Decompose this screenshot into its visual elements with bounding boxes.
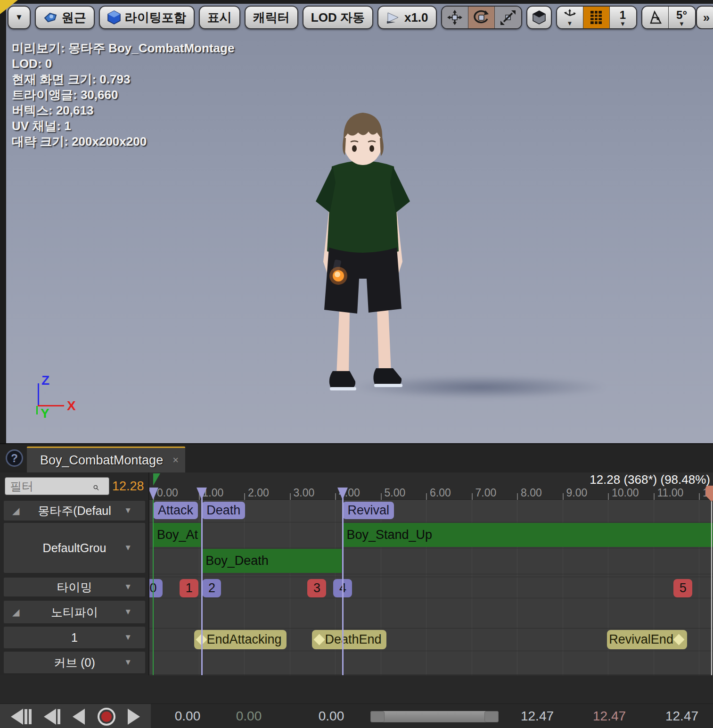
chevron-down-icon[interactable]: ▼ (124, 607, 132, 617)
step-back-button[interactable] (44, 709, 60, 725)
stat-line: 버텍스: 20,613 (12, 103, 234, 118)
anim-segment-Boy_Stand_Up[interactable]: Boy_Stand_Up (343, 523, 713, 547)
ruler-tick (517, 493, 518, 500)
character-label: 캐릭터 (253, 9, 290, 26)
timeline-area[interactable]: 12.28 (368*) (98.48%) 0.001.002.003.004.… (148, 472, 713, 675)
transport-controls (0, 704, 151, 728)
scale-icon (500, 9, 516, 25)
rotate-tool-button[interactable] (468, 7, 495, 28)
montage-start-line (153, 500, 154, 675)
axis-gizmo: Z X Y (28, 375, 80, 422)
y-axis-label: Y (41, 406, 49, 421)
montage-body: ⌕ 12.28 ◢몽타주(Defaul▼DefaultGrou▼타이밍▼◢노티파… (0, 472, 713, 675)
track-row-label: 커브 (0) (54, 655, 95, 670)
angle-snap-value: 5° (676, 8, 687, 22)
playback-speed-button[interactable]: x1.0 (377, 6, 437, 29)
time-readout: 12.47 (593, 709, 626, 724)
stat-line: LOD: 0 (12, 56, 234, 72)
chevron-down-icon[interactable]: ▼ (124, 658, 132, 667)
show-button[interactable]: 표시 (199, 6, 240, 29)
track-row-타이밍[interactable]: 타이밍▼ (4, 578, 145, 596)
grid-size-button[interactable]: 1 ▼ (610, 7, 636, 28)
angle-snap-toggle-button[interactable] (642, 7, 669, 28)
row-separator (149, 674, 713, 675)
anim-segment-Boy_At[interactable]: Boy_At (153, 523, 201, 547)
ruler-tick (290, 493, 291, 500)
timing-marker-1[interactable]: 1 (180, 579, 198, 597)
section-handle[interactable] (337, 488, 348, 500)
notify-DeathEnd[interactable]: DeathEnd (312, 630, 386, 649)
playback-bar: 0.000.000.0012.4712.4712.47 (0, 703, 713, 728)
notify-RevivalEnd[interactable]: RevivalEnd (607, 630, 687, 649)
axis-snap-button[interactable]: ▼ (557, 7, 583, 28)
ruler-tick (608, 493, 609, 500)
notify-diamond-icon[interactable] (314, 634, 325, 645)
section-boundary-line[interactable] (201, 488, 203, 675)
scrollbar-right-handle[interactable] (484, 711, 499, 722)
row-separator (149, 574, 713, 574)
play-reverse-button[interactable] (73, 709, 85, 725)
montage-start-flag[interactable] (153, 473, 160, 486)
record-button[interactable] (98, 708, 115, 726)
chevron-down-icon[interactable]: ▼ (124, 506, 132, 515)
section-boundary-line[interactable] (342, 488, 344, 675)
coordinate-system-button[interactable] (526, 6, 552, 29)
chevron-down-icon[interactable]: ▼ (124, 582, 132, 592)
ruler-tick-label: 6.00 (430, 487, 451, 499)
track-row-몽타주(Defaul[interactable]: ◢몽타주(Defaul▼ (4, 501, 145, 521)
timing-marker-3[interactable]: 3 (307, 579, 326, 597)
notify-EndAttacking[interactable]: EndAttacking (194, 630, 287, 649)
montage-section-Death[interactable]: Death (202, 502, 245, 519)
scrollbar-left-handle[interactable] (370, 711, 385, 722)
time-readout: 0.00 (236, 709, 262, 724)
grid-snap-toggle-button[interactable] (583, 7, 610, 28)
grid-size-caret-icon: ▼ (620, 22, 626, 26)
playhead-line[interactable] (711, 500, 712, 675)
montage-section-Attack[interactable]: Attack (153, 502, 198, 519)
stat-line: UV 채널: 1 (12, 118, 234, 134)
section-handle[interactable] (197, 488, 207, 500)
perspective-button[interactable]: 원근 (35, 6, 95, 29)
preview-viewport[interactable]: ▼ 원근 라이팅포함 표시 캐릭터 LOD 자동 (0, 0, 713, 443)
close-icon[interactable]: × (172, 454, 179, 466)
notify-label: RevivalEnd (609, 632, 673, 647)
timing-marker-5[interactable]: 5 (673, 579, 692, 597)
montage-section-Revival[interactable]: Revival (343, 502, 394, 519)
character-button[interactable]: 캐릭터 (245, 6, 298, 29)
track-row-커브 (0)[interactable]: 커브 (0)▼ (4, 652, 145, 673)
timing-marker-2[interactable]: 2 (202, 579, 221, 597)
move-tool-button[interactable] (442, 7, 468, 28)
tab-boy-combatmontage[interactable]: Boy_CombatMontage × (27, 447, 185, 472)
row-separator (149, 651, 713, 651)
track-row-DefaultGrou[interactable]: DefaultGrou▼ (4, 523, 145, 573)
scale-tool-button[interactable] (495, 7, 521, 28)
lit-mode-button[interactable]: 라이팅포함 (99, 6, 195, 29)
angle-snap-value-button[interactable]: 5° ▼ (669, 7, 695, 28)
anim-segment-Boy_Death[interactable]: Boy_Death (202, 549, 342, 573)
skip-to-start-button[interactable] (11, 709, 32, 725)
track-row-노티파이[interactable]: ◢노티파이▼ (4, 601, 145, 623)
expander-icon[interactable]: ◢ (12, 606, 19, 618)
ruler-tick-label: 2.00 (248, 487, 269, 499)
timing-marker-0[interactable]: 0 (148, 579, 163, 597)
lod-auto-button[interactable]: LOD 자동 (303, 6, 373, 29)
chevron-down-icon[interactable]: ▼ (124, 543, 132, 553)
chevron-down-icon[interactable]: ▼ (124, 633, 132, 642)
timeline-length-readout: 12.28 (368*) (98.48%) (590, 472, 710, 487)
track-row-1[interactable]: 1▼ (4, 627, 145, 648)
section-handle[interactable] (148, 488, 158, 500)
help-icon[interactable]: ? (6, 449, 23, 467)
axis-snap-caret-icon: ▼ (567, 21, 573, 26)
notify-diamond-icon[interactable] (673, 634, 684, 645)
play-forward-button[interactable] (128, 709, 140, 725)
coord-cube-icon (532, 10, 546, 25)
preview-character[interactable] (302, 106, 424, 398)
timeline-scrollbar[interactable] (370, 711, 499, 722)
time-readout: 0.00 (175, 709, 201, 724)
track-row-label: DefaultGrou (43, 541, 107, 555)
row-separator (149, 577, 713, 577)
perspective-label: 원근 (62, 9, 86, 26)
expander-icon[interactable]: ◢ (12, 505, 19, 516)
ruler-tick-label: 10.00 (612, 487, 639, 499)
angle-snap-caret-icon: ▼ (679, 22, 685, 26)
